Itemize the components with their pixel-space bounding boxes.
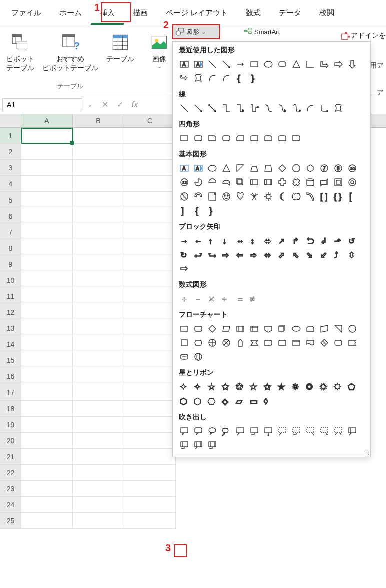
recent-shape-icon[interactable] xyxy=(249,59,260,70)
arrow-shape-icon[interactable]: ↑ xyxy=(207,235,218,246)
cell[interactable] xyxy=(124,497,176,513)
cell-a1[interactable] xyxy=(21,128,73,144)
recent-shape-icon[interactable] xyxy=(221,59,232,70)
star-shape-icon[interactable]: ⬡ xyxy=(179,396,190,407)
row-header[interactable]: 16 xyxy=(0,368,21,384)
arrow-shape-icon[interactable]: → xyxy=(179,235,190,246)
cell[interactable] xyxy=(73,320,124,336)
cell[interactable] xyxy=(124,433,176,449)
row-header[interactable]: 15 xyxy=(0,352,21,368)
name-box[interactable] xyxy=(2,98,82,111)
cell[interactable] xyxy=(73,352,124,368)
tab-file[interactable]: ファイル xyxy=(2,3,50,25)
cell[interactable] xyxy=(124,192,176,208)
recent-shape-icon[interactable] xyxy=(207,59,218,70)
basic-shape-icon[interactable]: 12 xyxy=(179,177,190,188)
arrow-shape-icon[interactable]: ↗ xyxy=(277,235,288,246)
cell[interactable] xyxy=(73,192,124,208)
star-shape-icon[interactable]: ⬢ xyxy=(193,396,204,407)
basic-shape-icon[interactable] xyxy=(221,191,232,202)
row-header[interactable]: 12 xyxy=(0,304,21,320)
basic-shape-icon[interactable] xyxy=(277,191,288,202)
flow-shape-icon[interactable] xyxy=(179,323,190,334)
select-all-corner[interactable] xyxy=(0,114,21,127)
basic-shape-icon[interactable] xyxy=(193,191,204,202)
tab-data[interactable]: データ xyxy=(270,3,310,25)
flow-shape-icon[interactable] xyxy=(249,323,260,334)
cell[interactable] xyxy=(124,336,176,352)
cell[interactable] xyxy=(73,224,124,240)
fx-button[interactable]: fx xyxy=(128,98,142,112)
row-header[interactable]: 10 xyxy=(0,272,21,288)
basic-shape-icon[interactable]: A xyxy=(179,163,190,174)
flow-shape-icon[interactable] xyxy=(207,337,218,348)
arrow-shape-icon[interactable]: ↔ xyxy=(235,235,246,246)
line-shape-icon[interactable] xyxy=(235,103,246,114)
basic-shape-icon[interactable] xyxy=(277,163,288,174)
tab-formulas[interactable]: 数式 xyxy=(237,3,270,25)
star-shape-icon[interactable]: ⬣ xyxy=(207,396,218,407)
basic-shape-icon[interactable] xyxy=(277,177,288,188)
recent-shape-icon[interactable] xyxy=(347,59,358,70)
flow-shape-icon[interactable] xyxy=(333,337,344,348)
cell[interactable] xyxy=(21,352,73,368)
basic-shape-icon[interactable] xyxy=(305,177,316,188)
arrow-shape-icon[interactable]: ⮐ xyxy=(193,249,204,260)
rect-shape-icon[interactable] xyxy=(207,133,218,144)
basic-shape-icon[interactable]: A xyxy=(193,163,204,174)
row-header[interactable]: 21 xyxy=(0,449,21,465)
cell[interactable] xyxy=(124,465,176,481)
cell[interactable] xyxy=(124,176,176,192)
cell[interactable] xyxy=(124,240,176,256)
callout-shape-icon[interactable] xyxy=(179,426,190,437)
col-header-a[interactable]: A xyxy=(21,114,73,127)
row-header[interactable]: 14 xyxy=(0,336,21,352)
flow-shape-icon[interactable] xyxy=(179,337,190,348)
cell[interactable] xyxy=(124,256,176,272)
basic-shape-icon[interactable] xyxy=(179,191,190,202)
basic-shape-icon[interactable] xyxy=(291,191,302,202)
arrow-shape-icon[interactable]: ⬃ xyxy=(319,249,330,260)
arrow-shape-icon[interactable]: ↺ xyxy=(347,235,358,246)
flow-shape-icon[interactable] xyxy=(347,323,358,334)
star-shape-icon[interactable]: ❋ xyxy=(291,381,302,393)
pivot-table-button[interactable]: ピボット テーブル xyxy=(4,29,36,74)
cell[interactable] xyxy=(21,368,73,384)
arrow-shape-icon[interactable]: ⇦ xyxy=(235,249,246,260)
callout-shape-icon[interactable] xyxy=(277,426,288,437)
arrow-shape-icon[interactable]: ⮑ xyxy=(207,249,218,260)
arrow-shape-icon[interactable]: ⮌ xyxy=(305,235,316,246)
basic-shape-icon[interactable]: } xyxy=(207,205,218,216)
shapes-button[interactable]: 図形 ⌄ xyxy=(175,27,206,36)
basic-shape-icon[interactable] xyxy=(263,191,274,202)
cell[interactable] xyxy=(21,160,73,176)
arrow-shape-icon[interactable]: ← xyxy=(193,235,204,246)
arrow-shape-icon[interactable]: ↻ xyxy=(179,249,190,260)
callout-shape-icon[interactable] xyxy=(179,440,190,451)
star-shape-icon[interactable]: ◈ xyxy=(221,396,232,407)
row-header[interactable]: 2 xyxy=(0,144,21,160)
row-header[interactable]: 24 xyxy=(0,497,21,513)
flow-shape-icon[interactable] xyxy=(347,337,358,348)
basic-shape-icon[interactable] xyxy=(221,177,232,188)
basic-shape-icon[interactable] xyxy=(207,163,218,174)
cell[interactable] xyxy=(73,176,124,192)
arrow-shape-icon[interactable]: ⬍ xyxy=(347,249,358,260)
basic-shape-icon[interactable]: 10 xyxy=(347,163,358,174)
cell[interactable] xyxy=(73,449,124,465)
cell[interactable] xyxy=(21,176,73,192)
callout-shape-icon[interactable] xyxy=(193,440,204,451)
cell[interactable] xyxy=(73,368,124,384)
star-shape-icon[interactable]: ☆ xyxy=(207,381,218,393)
basic-shape-icon[interactable] xyxy=(291,163,302,174)
tab-review[interactable]: 校閲 xyxy=(310,3,343,25)
basic-shape-icon[interactable] xyxy=(249,177,260,188)
cell[interactable] xyxy=(21,401,73,417)
cell[interactable] xyxy=(124,513,176,529)
flow-shape-icon[interactable] xyxy=(221,323,232,334)
row-header[interactable]: 19 xyxy=(0,417,21,433)
flow-shape-icon[interactable] xyxy=(319,323,330,334)
cell[interactable] xyxy=(124,352,176,368)
cell[interactable] xyxy=(21,240,73,256)
basic-shape-icon[interactable] xyxy=(263,163,274,174)
